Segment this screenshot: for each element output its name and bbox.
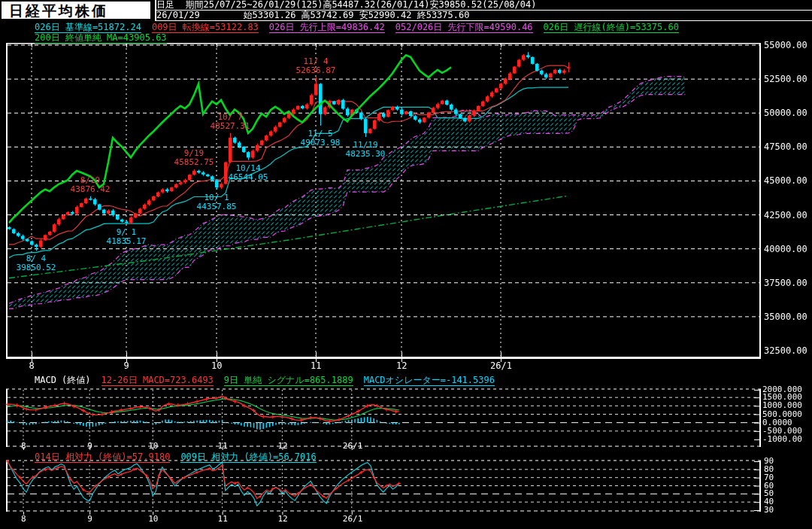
page-title: 日経平均株価: [2, 2, 150, 19]
legend-chikou: 026日 遅行線(終値)=53375.60: [544, 23, 679, 33]
price-chart-canvas[interactable]: [0, 0, 812, 529]
chart-application-window: 日経平均株価 日足 期間25/07/25~26/01/29(125)高54487…: [0, 0, 812, 529]
legend-senkou-b: 052/026日 先行下限=49590.46: [395, 23, 533, 33]
rsi-header: 014日 相対力 (終値)=57.9180009日 相対力 (終値)=56.70…: [35, 452, 327, 463]
legend-senkou-a: 026日 先行上限=49836.42: [269, 23, 385, 33]
legend-tenkan: 009日 転換線=53122.83: [152, 23, 259, 33]
macd-title: MACD (終値): [35, 375, 91, 385]
legend-ma200: 200日 終値単純 MA=43905.63: [35, 33, 167, 44]
ma-legend: 200日 終値単純 MA=43905.63: [35, 33, 177, 44]
macd-signal-value: 9日 単純 シグナル=865.1889: [224, 375, 353, 386]
macd-oscillator-value: MACDオシレーター=-141.5396: [364, 375, 495, 386]
chart-info-header: 日足 期間25/07/25~26/01/29(125)高54487.32(26/…: [155, 0, 812, 21]
ichimoku-legend: 026日 基準線=51872.24009日 転換線=53122.83026日 先…: [35, 23, 689, 33]
latest-ohlc-info: 26/01/29 始53301.26 高53742.69 安52990.42 終…: [156, 11, 812, 21]
macd-value: 12-26日 MACD=723.6493: [102, 375, 214, 386]
macd-header: MACD (終値)12-26日 MACD=723.64939日 単純 シグナル=…: [35, 375, 505, 386]
rsi14-value: 014日 相対力 (終値)=57.9180: [35, 452, 170, 463]
legend-kijun: 026日 基準線=51872.24: [35, 23, 141, 33]
period-high-low-info: 日足 期間25/07/25~26/01/29(125)高54487.32(26/…: [156, 0, 812, 11]
rsi9-value: 009日 相対力 (終値)=56.7016: [180, 452, 316, 463]
